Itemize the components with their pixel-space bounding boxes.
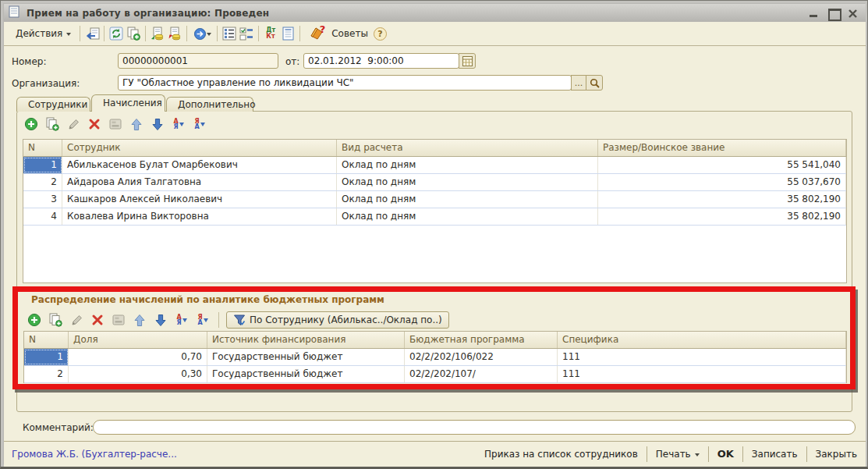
delete-row-button[interactable] [86, 115, 103, 133]
go-to-icon[interactable] [190, 25, 214, 42]
tab-accruals[interactable]: Начисления [91, 94, 165, 112]
comment-label: Комментарий: [23, 422, 94, 433]
close-button[interactable]: Закрыть [807, 442, 866, 467]
end-edit-button[interactable] [110, 311, 127, 329]
table-row[interactable]: 4 Ковалева Ирина Викторовна Оклад по дня… [23, 208, 846, 226]
row-number-cell: 2 [24, 366, 69, 382]
calc-type-cell: Оклад по дням [337, 157, 598, 173]
date-label: от: [285, 56, 299, 67]
tab-employees[interactable]: Сотрудники [16, 97, 90, 112]
copy-row-button[interactable] [47, 311, 64, 329]
debit-credit-icon[interactable]: Дт Кт [262, 25, 279, 42]
tab-additional[interactable]: Дополнительно [166, 97, 253, 112]
move-up-button[interactable] [128, 115, 145, 133]
sort-letter: А [197, 320, 202, 325]
order-list-button[interactable]: Приказ на список сотрудников [476, 442, 647, 467]
report-document-icon[interactable] [279, 25, 296, 42]
column-header-n: N [23, 140, 62, 156]
employee-cell: Абилькасенов Булат Омарбекович [62, 157, 337, 173]
employee-cell: Кашкаров Алексей Николаевич [62, 191, 337, 208]
save-button[interactable]: Записать [743, 442, 806, 467]
row-number-cell: 4 [23, 208, 62, 225]
calc-type-cell: Оклад по дням [337, 174, 598, 190]
toolbar-separator [186, 26, 187, 41]
ok-button[interactable]: OK [709, 442, 742, 467]
document-window: Прием на работу в организацию: Проведен … [0, 0, 868, 469]
reread-document-icon[interactable] [83, 25, 101, 42]
copy-row-button[interactable] [44, 115, 61, 133]
tips-button[interactable]: ? Советы [303, 24, 374, 43]
toolbar-separator [299, 26, 300, 41]
move-up-button[interactable] [131, 311, 148, 329]
sort-asc-button[interactable]: АЯ [170, 115, 187, 133]
main-toolbar: Действия [4, 22, 866, 46]
lookup-search-button[interactable] [586, 75, 603, 91]
sort-asc-button[interactable]: АЯ [173, 311, 190, 329]
sort-arrow-icon [200, 123, 205, 129]
table-row[interactable]: 1 Абилькасенов Булат Омарбекович Оклад п… [23, 157, 846, 174]
distribution-table-header: N Доля Источник финансирования Бюджетная… [24, 332, 846, 349]
filter-by-employee-button[interactable]: По Сотруднику (Абилькас../Оклад по..) [226, 311, 449, 329]
row-number-cell: 2 [23, 174, 62, 190]
search-icon [590, 78, 600, 88]
table-row[interactable]: 2 0,30 Государственный бюджет 02/2/202/1… [24, 366, 846, 383]
toolbar-separator [217, 26, 218, 41]
distribution-section-title: Распределение начислений по аналитике бю… [31, 294, 384, 305]
checklist-icon[interactable] [238, 25, 255, 42]
column-header-amount: Размер/Воинское звание [598, 140, 846, 156]
copy-document-icon[interactable] [125, 25, 142, 42]
filter-button-label: По Сотруднику (Абилькас../Оклад по..) [250, 314, 442, 325]
move-down-button[interactable] [149, 115, 166, 133]
edit-row-button[interactable] [68, 311, 85, 329]
date-input[interactable] [303, 53, 459, 69]
program-cell: 02/2/202/107/ [405, 366, 558, 382]
move-down-button[interactable] [152, 311, 169, 329]
print-button[interactable]: Печать [647, 442, 708, 467]
credit-label: Кт [266, 34, 275, 40]
tips-book-icon: ? [309, 25, 326, 42]
sort-desc-button[interactable]: ЯА [191, 115, 208, 133]
column-header-share: Доля [69, 332, 207, 348]
sort-desc-button[interactable]: ЯА [194, 311, 211, 329]
minimize-button[interactable] [808, 7, 820, 20]
row-number-cell: 3 [23, 191, 62, 208]
calendar-button[interactable] [459, 53, 476, 69]
number-input[interactable] [118, 53, 278, 69]
unpost-document-icon[interactable] [166, 25, 183, 42]
distribution-grid-toolbar: АЯ ЯА По Сотруднику (Абилькас../Оклад по… [26, 311, 449, 329]
delete-row-button[interactable] [89, 311, 106, 329]
toolbar-separator [145, 26, 146, 41]
funnel-icon [233, 314, 246, 326]
sort-arrow-icon [179, 123, 184, 129]
organization-input[interactable] [118, 75, 572, 91]
structure-list-icon[interactable] [221, 25, 238, 42]
help-icon[interactable]: ? [374, 27, 387, 41]
add-row-button[interactable] [26, 311, 43, 329]
employee-cell: Ковалева Ирина Викторовна [62, 208, 337, 225]
titlebar: Прием на работу в организацию: Проведен [4, 4, 866, 22]
table-row[interactable]: 1 0,70 Государственный бюджет 02/2/202/1… [24, 349, 846, 366]
post-document-icon[interactable] [149, 25, 166, 42]
toolbar-separator [258, 26, 259, 41]
end-edit-button[interactable] [107, 115, 124, 133]
sort-letter: Я [176, 320, 181, 325]
actions-button[interactable]: Действия [10, 24, 76, 43]
refresh-icon[interactable] [108, 25, 125, 42]
print-button-label: Печать [656, 442, 691, 467]
amount-cell: 55 541,040 [598, 157, 846, 173]
maximize-button[interactable] [827, 7, 840, 20]
table-row[interactable]: 3 Кашкаров Алексей Николаевич Оклад по д… [23, 191, 846, 208]
close-icon[interactable] [847, 7, 859, 20]
spec-cell: 111 [558, 349, 846, 365]
statusbar: Громова Ж.Б. (Бухгалтер-расче... Приказ … [4, 441, 866, 467]
document-icon [9, 5, 20, 20]
comment-input[interactable] [93, 420, 856, 435]
edit-row-button[interactable] [65, 115, 82, 133]
lookup-dots-button[interactable]: ... [571, 75, 586, 91]
table-row[interactable]: 2 Айдарова Алия Талгатовна Оклад по дням… [23, 174, 846, 191]
distribution-highlight-box: Распределение начислений по аналитике бю… [12, 286, 856, 389]
row-number-cell: 1 [24, 349, 69, 365]
column-header-n: N [24, 332, 69, 348]
calc-type-cell: Оклад по дням [337, 208, 598, 225]
add-row-button[interactable] [23, 115, 40, 133]
